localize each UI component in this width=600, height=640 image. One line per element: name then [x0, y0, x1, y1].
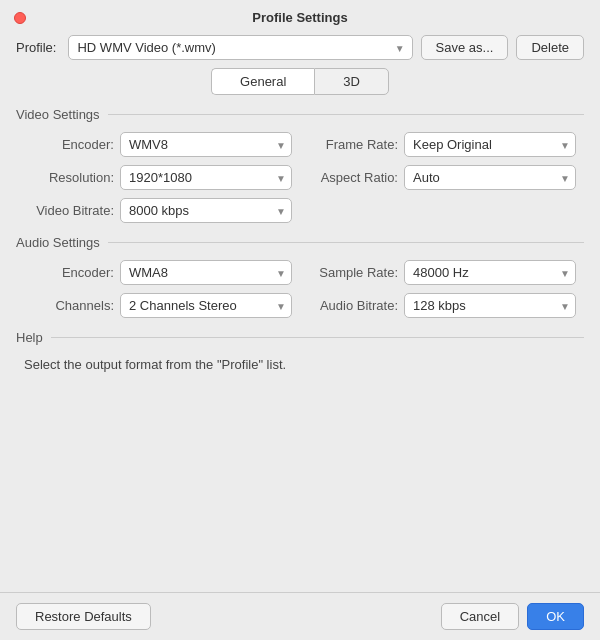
tab-general[interactable]: General: [211, 68, 314, 95]
frame-rate-select[interactable]: Keep Original: [404, 132, 576, 157]
audio-encoder-label: Encoder:: [24, 265, 114, 280]
audio-settings-header: Audio Settings: [16, 235, 584, 250]
aspect-ratio-select-wrapper: Auto ▼: [404, 165, 576, 190]
video-settings-header: Video Settings: [16, 107, 584, 122]
toolbar: Profile: HD WMV Video (*.wmv) ▼ Save as.…: [0, 31, 600, 68]
channels-select-wrapper: 2 Channels Stereo ▼: [120, 293, 292, 318]
title-bar: Profile Settings: [0, 0, 600, 31]
video-bitrate-select-wrapper: 8000 kbps ▼: [120, 198, 292, 223]
video-settings-section: Video Settings Encoder: WMV8 ▼ Frame Rat…: [16, 107, 584, 223]
video-bitrate-label: Video Bitrate:: [24, 203, 114, 218]
resolution-field-row: Resolution: 1920*1080 ▼: [24, 165, 292, 190]
help-divider: [51, 337, 584, 338]
encoder-label: Encoder:: [24, 137, 114, 152]
save-as-button[interactable]: Save as...: [421, 35, 509, 60]
audio-encoder-select-wrapper: WMA8 ▼: [120, 260, 292, 285]
profile-select[interactable]: HD WMV Video (*.wmv): [68, 35, 412, 60]
audio-bitrate-label: Audio Bitrate:: [308, 298, 398, 313]
video-bitrate-empty-cell: [308, 198, 576, 223]
sample-rate-field-row: Sample Rate: 48000 Hz ▼: [308, 260, 576, 285]
frame-rate-label: Frame Rate:: [308, 137, 398, 152]
ok-button[interactable]: OK: [527, 603, 584, 630]
help-title: Help: [16, 330, 43, 345]
resolution-select-wrapper: 1920*1080 ▼: [120, 165, 292, 190]
aspect-ratio-label: Aspect Ratio:: [308, 170, 398, 185]
help-header: Help: [16, 330, 584, 345]
window-title: Profile Settings: [252, 10, 347, 25]
resolution-label: Resolution:: [24, 170, 114, 185]
audio-settings-divider: [108, 242, 584, 243]
audio-bitrate-field-row: Audio Bitrate: 128 kbps ▼: [308, 293, 576, 318]
tab-3d[interactable]: 3D: [314, 68, 389, 95]
encoder-select-wrapper: WMV8 ▼: [120, 132, 292, 157]
profile-select-wrapper: HD WMV Video (*.wmv) ▼: [68, 35, 412, 60]
main-content: Video Settings Encoder: WMV8 ▼ Frame Rat…: [0, 103, 600, 592]
sample-rate-label: Sample Rate:: [308, 265, 398, 280]
frame-rate-select-wrapper: Keep Original ▼: [404, 132, 576, 157]
tabs-row: General 3D: [0, 68, 600, 103]
sample-rate-select[interactable]: 48000 Hz: [404, 260, 576, 285]
audio-settings-fields: Encoder: WMA8 ▼ Sample Rate: 48000 Hz ▼: [16, 260, 584, 318]
audio-bitrate-select-wrapper: 128 kbps ▼: [404, 293, 576, 318]
help-section: Help Select the output format from the "…: [16, 330, 584, 375]
audio-settings-section: Audio Settings Encoder: WMA8 ▼ Sample Ra…: [16, 235, 584, 318]
aspect-ratio-field-row: Aspect Ratio: Auto ▼: [308, 165, 576, 190]
audio-encoder-field-row: Encoder: WMA8 ▼: [24, 260, 292, 285]
bottom-left: Restore Defaults: [16, 603, 151, 630]
audio-encoder-select[interactable]: WMA8: [120, 260, 292, 285]
audio-bitrate-select[interactable]: 128 kbps: [404, 293, 576, 318]
help-text: Select the output format from the "Profi…: [16, 355, 584, 375]
video-bitrate-field-row: Video Bitrate: 8000 kbps ▼: [24, 198, 292, 223]
channels-field-row: Channels: 2 Channels Stereo ▼: [24, 293, 292, 318]
channels-select[interactable]: 2 Channels Stereo: [120, 293, 292, 318]
sample-rate-select-wrapper: 48000 Hz ▼: [404, 260, 576, 285]
channels-label: Channels:: [24, 298, 114, 313]
bottom-right: Cancel OK: [441, 603, 584, 630]
encoder-select[interactable]: WMV8: [120, 132, 292, 157]
video-bitrate-select[interactable]: 8000 kbps: [120, 198, 292, 223]
video-settings-divider: [108, 114, 584, 115]
audio-settings-title: Audio Settings: [16, 235, 100, 250]
profile-label: Profile:: [16, 40, 56, 55]
resolution-select[interactable]: 1920*1080: [120, 165, 292, 190]
close-button[interactable]: [14, 12, 26, 24]
restore-defaults-button[interactable]: Restore Defaults: [16, 603, 151, 630]
cancel-button[interactable]: Cancel: [441, 603, 519, 630]
frame-rate-field-row: Frame Rate: Keep Original ▼: [308, 132, 576, 157]
encoder-field-row: Encoder: WMV8 ▼: [24, 132, 292, 157]
video-settings-fields: Encoder: WMV8 ▼ Frame Rate: Keep Origina…: [16, 132, 584, 223]
delete-button[interactable]: Delete: [516, 35, 584, 60]
aspect-ratio-select[interactable]: Auto: [404, 165, 576, 190]
bottom-bar: Restore Defaults Cancel OK: [0, 592, 600, 640]
video-settings-title: Video Settings: [16, 107, 100, 122]
